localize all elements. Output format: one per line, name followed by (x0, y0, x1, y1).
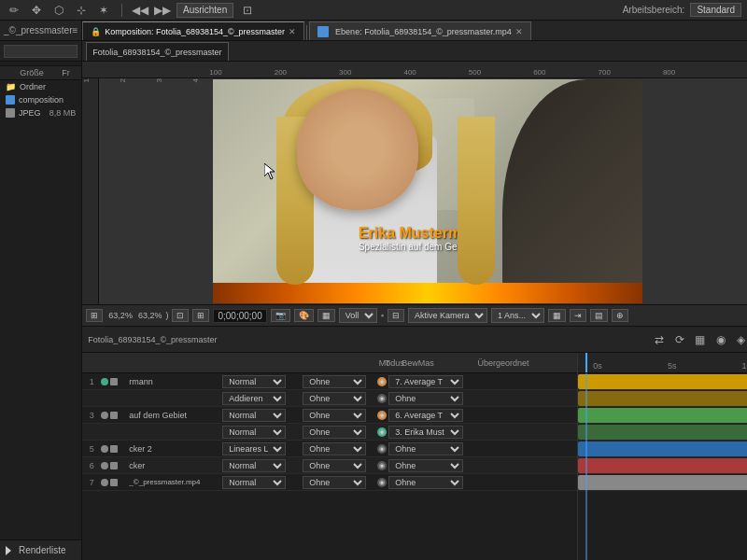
move-tool-icon[interactable]: ✥ (28, 2, 45, 19)
comp-name: composition (19, 95, 76, 105)
bewmas-select-1b[interactable]: Ohne (303, 392, 366, 405)
layer-dot-6[interactable] (101, 462, 108, 469)
layer-solo-6[interactable] (110, 462, 118, 469)
camera-select[interactable]: Aktive Kamera (408, 308, 487, 323)
project-menu-icon[interactable]: ≡ (73, 25, 78, 35)
snap-btn[interactable]: ⊡ (172, 309, 189, 322)
prev-frame-icon[interactable]: ◀◀ (132, 2, 148, 19)
uber-select-1b[interactable]: Ohne (388, 392, 463, 405)
view-options-btn[interactable]: ⊟ (388, 309, 404, 322)
clip-row-1b[interactable] (578, 390, 747, 407)
tl-icon-graph[interactable]: ◈ (733, 331, 747, 348)
layer-solo-7[interactable] (110, 479, 118, 486)
layer-solo-5[interactable] (110, 445, 118, 453)
sub-tab-bar: Fotolia_68938154_©_pressmaster (82, 41, 747, 62)
uber-select-3[interactable]: 6. Average T (388, 409, 463, 422)
select-tool-icon[interactable]: ⊹ (73, 2, 90, 19)
tab-close-icon[interactable]: ✕ (289, 27, 296, 36)
camera-btn[interactable]: 📷 (271, 309, 290, 322)
modus-select-7[interactable]: Normal (222, 476, 286, 489)
render-settings-btn[interactable]: ▦ (548, 309, 566, 322)
bewmas-select-3b[interactable]: Ohne (303, 426, 366, 439)
camera-tool-icon[interactable]: ✶ (95, 2, 112, 19)
clip-row-3a[interactable] (578, 407, 747, 424)
modus-select-5[interactable]: Lineares Licht (222, 442, 286, 455)
bewmas-select-1[interactable]: Ohne (303, 375, 366, 388)
modus-select-3b[interactable]: Normal (222, 426, 286, 439)
tl-icon-grid[interactable]: ▦ (692, 331, 709, 348)
modus-select-3[interactable]: Normal (222, 409, 286, 422)
clip-row-7[interactable] (578, 474, 747, 491)
bewmas-select-7[interactable]: Ohne (303, 476, 366, 489)
bewmas-select-5[interactable]: Ohne (303, 442, 366, 455)
layer-dot-1[interactable] (101, 378, 108, 385)
more-btn[interactable]: ⊕ (612, 309, 628, 322)
layer-dot-5[interactable] (101, 445, 108, 453)
render-btn[interactable]: ▦ (317, 309, 335, 322)
tl-icon-switch[interactable]: ⇄ (651, 331, 668, 348)
playhead[interactable] (585, 353, 587, 372)
expand-btn[interactable]: ⊞ (86, 309, 103, 322)
layer-solo-1[interactable] (110, 378, 118, 385)
comp-tab-layer[interactable]: Ebene: Fotolia_68938154_©_pressmaster.mp… (309, 21, 531, 40)
lock-icon: 🔒 (91, 27, 101, 36)
uber-select-1[interactable]: 7. Average T (388, 375, 463, 388)
timeline-comp-name: Fotolia_68938154_©_pressmaster (88, 335, 217, 344)
render-liste[interactable]: Renderliste (0, 539, 81, 560)
comp-tab-main[interactable]: 🔒 Komposition: Fotolia_68938154_©_pressm… (82, 21, 304, 40)
uber-select-7[interactable]: Ohne (388, 476, 463, 489)
modus-select-1[interactable]: Normal (222, 375, 286, 388)
video-canvas[interactable]: Erika Mustermann Spezialistin auf dem Ge… (213, 79, 642, 303)
layer-controls-5 (101, 445, 129, 453)
workspace-value[interactable]: Standard (690, 3, 741, 17)
layer-dot-7[interactable] (101, 479, 108, 486)
next-frame-icon[interactable]: ▶▶ (154, 2, 171, 19)
layer-uber-3: ◉ 6. Average T (377, 409, 489, 422)
clip-bar-3a (578, 408, 747, 423)
clip-bar-7 (578, 475, 747, 490)
col-bewmas-header: BewMas (396, 358, 473, 368)
tl-icon-mask[interactable]: ◉ (712, 331, 729, 348)
playhead-line (585, 373, 587, 560)
layer-dot-3[interactable] (101, 412, 108, 419)
ruler-mark-500: 500 (469, 68, 481, 77)
pen-tool-icon[interactable]: ✏ (6, 2, 22, 19)
file-item-ordner[interactable]: 📁 Ordner (0, 80, 81, 93)
bewmas-select-3[interactable]: Ohne (303, 409, 366, 422)
uber-select-6[interactable]: Ohne (388, 459, 463, 472)
uber-select-5[interactable]: Ohne (388, 442, 463, 455)
col-modus-header: Modus (220, 358, 379, 368)
quality-select[interactable]: Voll (339, 308, 377, 323)
clip-row-1a[interactable] (578, 373, 747, 390)
tl-icon-loop[interactable]: ⟳ (671, 331, 688, 348)
shape-tool-icon[interactable]: ⬡ (50, 2, 67, 19)
col-grosse-label: Größe (16, 66, 58, 79)
color-btn[interactable]: 🎨 (294, 309, 314, 322)
layer-tab-close-icon[interactable]: ✕ (515, 27, 523, 36)
view-select[interactable]: 1 Ans... (491, 308, 544, 323)
file-item-jpeg[interactable]: JPEG 8,8 MB (0, 106, 81, 119)
grid-btn[interactable]: ⊞ (192, 309, 209, 322)
clip-row-3b[interactable] (578, 424, 747, 441)
modus-select-6[interactable]: Normal (222, 459, 286, 472)
layer-bewmas-3: Ohne (303, 409, 377, 422)
sub-tab-comp[interactable]: Fotolia_68938154_©_pressmaster (86, 42, 228, 61)
sub-tab-label: Fotolia_68938154_©_pressmaster (92, 48, 221, 57)
file-item-composition[interactable]: composition (0, 93, 81, 106)
modus-select-1b[interactable]: Addieren (222, 392, 286, 405)
props-btn[interactable]: ▤ (590, 309, 608, 322)
clip-row-5[interactable] (578, 441, 747, 457)
ruler-mark-600: 600 (533, 68, 545, 77)
clip-row-6[interactable] (578, 457, 747, 474)
layer-row-1a: 1 rmann Normal (82, 373, 577, 390)
uber-select-3b[interactable]: 3. Erika Must (388, 426, 463, 439)
workspace-label: Arbeitsbereich: (623, 5, 685, 15)
person-area (269, 79, 502, 303)
timeline-right: 0s 5s 10s (577, 353, 747, 560)
ausrichten-button[interactable]: Ausrichten (176, 3, 233, 18)
layer-bewmas-5: Ohne (303, 442, 377, 455)
layer-solo-3[interactable] (110, 412, 118, 419)
export-btn[interactable]: ⇥ (570, 309, 586, 322)
align-icon[interactable]: ⊡ (239, 2, 256, 19)
bewmas-select-6[interactable]: Ohne (303, 459, 366, 472)
